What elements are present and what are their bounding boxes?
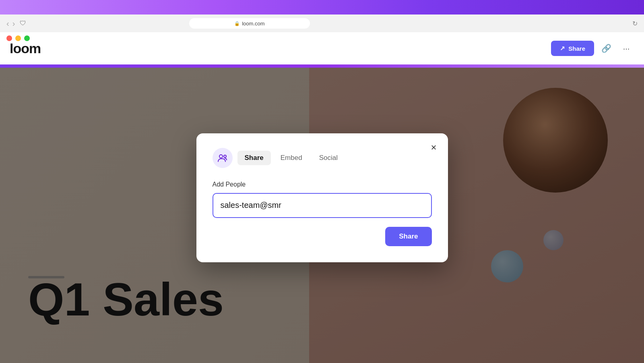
- reload-icon: ↻: [632, 20, 638, 27]
- back-button[interactable]: ‹: [6, 19, 9, 28]
- email-input[interactable]: [213, 193, 432, 218]
- url-bar[interactable]: 🔒 loom.com: [189, 18, 310, 29]
- share-modal: × Share Embed Social: [196, 133, 448, 262]
- tab-social[interactable]: Social: [312, 151, 345, 165]
- url-text: loom.com: [242, 21, 264, 27]
- tab-embed[interactable]: Embed: [273, 151, 310, 165]
- svg-point-1: [224, 155, 226, 158]
- close-icon: ×: [431, 142, 436, 153]
- shield-icon: 🛡: [20, 20, 26, 27]
- modal-backdrop: × Share Embed Social: [0, 32, 644, 363]
- svg-point-0: [219, 155, 223, 158]
- close-button[interactable]: ×: [427, 141, 441, 154]
- tab-share[interactable]: Share: [237, 151, 271, 165]
- forward-button[interactable]: ›: [12, 19, 15, 28]
- share-tab-icon: [213, 148, 233, 168]
- share-modal-button[interactable]: Share: [385, 227, 431, 246]
- add-people-label: Add People: [213, 181, 432, 188]
- lock-icon: 🔒: [234, 21, 240, 26]
